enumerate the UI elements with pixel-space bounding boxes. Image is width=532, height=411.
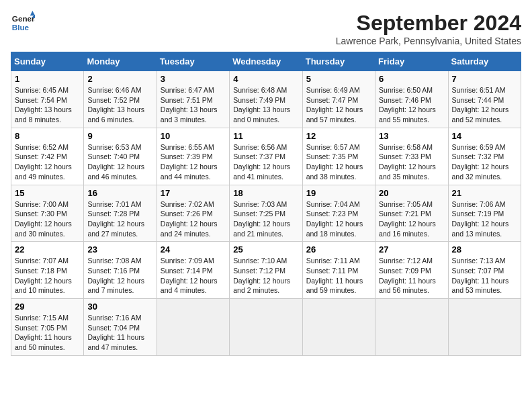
day-info: Sunrise: 7:07 AMSunset: 7:18 PMDaylight:…	[15, 257, 72, 294]
calendar-cell: 18 Sunrise: 7:03 AMSunset: 7:25 PMDaylig…	[230, 185, 302, 242]
day-number: 1	[15, 74, 80, 84]
day-info: Sunrise: 7:04 AMSunset: 7:23 PMDaylight:…	[306, 200, 363, 238]
calendar-cell: 5 Sunrise: 6:49 AMSunset: 7:47 PMDayligh…	[302, 71, 375, 128]
day-number: 17	[161, 188, 226, 198]
day-number: 3	[161, 74, 226, 84]
calendar-cell: 28 Sunrise: 7:13 AMSunset: 7:07 PMDaylig…	[448, 242, 521, 299]
calendar-cell: 9 Sunrise: 6:53 AMSunset: 7:40 PMDayligh…	[84, 128, 157, 185]
calendar-cell: 24 Sunrise: 7:09 AMSunset: 7:14 PMDaylig…	[157, 242, 229, 299]
day-number: 13	[379, 131, 444, 141]
day-number: 9	[87, 131, 152, 141]
day-number: 20	[379, 188, 444, 198]
svg-text:Blue: Blue	[12, 23, 30, 32]
day-info: Sunrise: 6:50 AMSunset: 7:46 PMDaylight:…	[379, 86, 436, 124]
calendar-cell: 4 Sunrise: 6:48 AMSunset: 7:49 PMDayligh…	[230, 71, 302, 128]
calendar-cell: 21 Sunrise: 7:06 AMSunset: 7:19 PMDaylig…	[448, 185, 521, 242]
day-info: Sunrise: 7:16 AMSunset: 7:04 PMDaylight:…	[87, 314, 144, 351]
logo-icon: General Blue	[11, 11, 35, 35]
day-number: 12	[306, 131, 371, 141]
day-of-week-header: Wednesday	[230, 52, 302, 71]
calendar-cell: 26 Sunrise: 7:11 AMSunset: 7:11 PMDaylig…	[302, 242, 375, 299]
calendar-cell: 11 Sunrise: 6:56 AMSunset: 7:37 PMDaylig…	[230, 128, 302, 185]
day-info: Sunrise: 6:46 AMSunset: 7:52 PMDaylight:…	[87, 86, 144, 124]
day-info: Sunrise: 6:58 AMSunset: 7:33 PMDaylight:…	[379, 143, 436, 181]
calendar-cell: 12 Sunrise: 6:57 AMSunset: 7:35 PMDaylig…	[302, 128, 375, 185]
day-number: 18	[233, 188, 298, 198]
calendar-cell: 22 Sunrise: 7:07 AMSunset: 7:18 PMDaylig…	[11, 242, 84, 299]
calendar-cell	[448, 299, 521, 356]
day-number: 24	[161, 244, 226, 255]
day-number: 10	[161, 131, 226, 141]
day-info: Sunrise: 7:03 AMSunset: 7:25 PMDaylight:…	[233, 200, 290, 238]
calendar-cell: 17 Sunrise: 7:02 AMSunset: 7:26 PMDaylig…	[157, 185, 229, 242]
calendar-cell: 3 Sunrise: 6:47 AMSunset: 7:51 PMDayligh…	[157, 71, 229, 128]
day-info: Sunrise: 7:02 AMSunset: 7:26 PMDaylight:…	[161, 200, 218, 238]
day-number: 14	[452, 131, 517, 141]
day-info: Sunrise: 6:57 AMSunset: 7:35 PMDaylight:…	[306, 143, 363, 181]
calendar: SundayMondayTuesdayWednesdayThursdayFrid…	[11, 52, 521, 356]
day-number: 22	[15, 244, 80, 255]
day-info: Sunrise: 6:56 AMSunset: 7:37 PMDaylight:…	[233, 143, 290, 181]
day-of-week-header: Friday	[375, 52, 448, 71]
day-info: Sunrise: 7:15 AMSunset: 7:05 PMDaylight:…	[15, 314, 72, 351]
calendar-cell: 6 Sunrise: 6:50 AMSunset: 7:46 PMDayligh…	[375, 71, 448, 128]
day-number: 27	[379, 244, 444, 255]
day-info: Sunrise: 7:12 AMSunset: 7:09 PMDaylight:…	[379, 257, 436, 294]
day-number: 29	[15, 302, 80, 312]
calendar-cell: 10 Sunrise: 6:55 AMSunset: 7:39 PMDaylig…	[157, 128, 229, 185]
calendar-cell: 13 Sunrise: 6:58 AMSunset: 7:33 PMDaylig…	[375, 128, 448, 185]
calendar-cell: 27 Sunrise: 7:12 AMSunset: 7:09 PMDaylig…	[375, 242, 448, 299]
day-number: 21	[452, 188, 517, 198]
logo: General Blue	[11, 11, 35, 35]
day-number: 26	[306, 244, 371, 255]
day-number: 25	[233, 244, 298, 255]
day-number: 19	[306, 188, 371, 198]
day-of-week-header: Sunday	[11, 52, 84, 71]
day-info: Sunrise: 6:49 AMSunset: 7:47 PMDaylight:…	[306, 86, 363, 124]
calendar-cell: 1 Sunrise: 6:45 AMSunset: 7:54 PMDayligh…	[11, 71, 84, 128]
title-area: September 2024 Lawrence Park, Pennsylvan…	[336, 11, 521, 46]
day-info: Sunrise: 7:05 AMSunset: 7:21 PMDaylight:…	[379, 200, 436, 238]
day-info: Sunrise: 6:48 AMSunset: 7:49 PMDaylight:…	[233, 86, 290, 124]
calendar-cell: 2 Sunrise: 6:46 AMSunset: 7:52 PMDayligh…	[84, 71, 157, 128]
calendar-cell	[375, 299, 448, 356]
day-number: 28	[452, 244, 517, 255]
day-number: 5	[306, 74, 371, 84]
day-info: Sunrise: 7:13 AMSunset: 7:07 PMDaylight:…	[452, 257, 509, 294]
day-number: 16	[87, 188, 152, 198]
day-number: 23	[87, 244, 152, 255]
calendar-cell: 15 Sunrise: 7:00 AMSunset: 7:30 PMDaylig…	[11, 185, 84, 242]
day-info: Sunrise: 6:52 AMSunset: 7:42 PMDaylight:…	[15, 143, 72, 181]
day-number: 8	[15, 131, 80, 141]
day-number: 30	[87, 302, 152, 312]
calendar-cell	[302, 299, 375, 356]
day-info: Sunrise: 7:10 AMSunset: 7:12 PMDaylight:…	[233, 257, 290, 294]
day-of-week-header: Monday	[84, 52, 157, 71]
day-number: 4	[233, 74, 298, 84]
day-info: Sunrise: 7:01 AMSunset: 7:28 PMDaylight:…	[87, 200, 144, 238]
day-info: Sunrise: 7:11 AMSunset: 7:11 PMDaylight:…	[306, 257, 363, 294]
calendar-cell	[230, 299, 302, 356]
day-info: Sunrise: 7:06 AMSunset: 7:19 PMDaylight:…	[452, 200, 509, 238]
calendar-cell: 8 Sunrise: 6:52 AMSunset: 7:42 PMDayligh…	[11, 128, 84, 185]
calendar-cell: 19 Sunrise: 7:04 AMSunset: 7:23 PMDaylig…	[302, 185, 375, 242]
calendar-cell: 7 Sunrise: 6:51 AMSunset: 7:44 PMDayligh…	[448, 71, 521, 128]
day-number: 2	[87, 74, 152, 84]
calendar-cell: 16 Sunrise: 7:01 AMSunset: 7:28 PMDaylig…	[84, 185, 157, 242]
calendar-cell: 29 Sunrise: 7:15 AMSunset: 7:05 PMDaylig…	[11, 299, 84, 356]
day-info: Sunrise: 7:00 AMSunset: 7:30 PMDaylight:…	[15, 200, 72, 238]
day-number: 6	[379, 74, 444, 84]
location: Lawrence Park, Pennsylvania, United Stat…	[336, 36, 521, 46]
day-of-week-header: Saturday	[448, 52, 521, 71]
day-number: 11	[233, 131, 298, 141]
day-info: Sunrise: 7:09 AMSunset: 7:14 PMDaylight:…	[161, 257, 218, 294]
day-info: Sunrise: 6:55 AMSunset: 7:39 PMDaylight:…	[161, 143, 218, 181]
calendar-cell: 25 Sunrise: 7:10 AMSunset: 7:12 PMDaylig…	[230, 242, 302, 299]
day-number: 7	[452, 74, 517, 84]
day-info: Sunrise: 7:08 AMSunset: 7:16 PMDaylight:…	[87, 257, 144, 294]
day-of-week-header: Tuesday	[157, 52, 229, 71]
month-title: September 2024	[336, 11, 521, 36]
calendar-cell: 30 Sunrise: 7:16 AMSunset: 7:04 PMDaylig…	[84, 299, 157, 356]
svg-marker-2	[30, 11, 35, 15]
calendar-cell	[157, 299, 229, 356]
